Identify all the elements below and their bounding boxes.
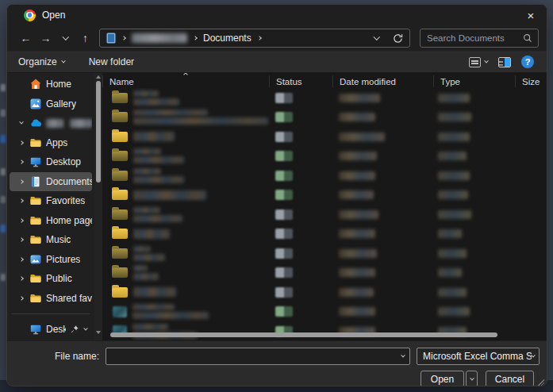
sidebar-item-desktop[interactable]: Desktop xyxy=(10,320,92,340)
help-button[interactable]: ? xyxy=(521,56,534,68)
open-split-button[interactable] xyxy=(466,371,478,386)
sidebar-item-public[interactable]: Public xyxy=(10,269,92,289)
column-header-size[interactable]: Size xyxy=(515,75,547,87)
file-row[interactable] xyxy=(102,166,547,186)
status-cell xyxy=(269,267,332,278)
column-header-name[interactable]: Name xyxy=(102,75,269,87)
address-bar[interactable]: Documents xyxy=(99,29,410,48)
column-header-status[interactable]: Status xyxy=(269,75,332,87)
redacted-file-name xyxy=(133,229,170,239)
file-row[interactable] xyxy=(102,186,547,206)
expander-chevron-right-icon[interactable] xyxy=(17,160,25,163)
file-name-cell xyxy=(102,229,269,239)
breadcrumb-user-folder-redacted[interactable] xyxy=(132,33,187,43)
sidebar-item-documents[interactable]: Documents xyxy=(10,172,92,192)
sidebar-item-home-page-ph[interactable]: Home page ph xyxy=(10,211,92,231)
back-button[interactable]: ← xyxy=(17,29,35,48)
expander-chevron-right-icon[interactable] xyxy=(17,258,25,261)
new-folder-button[interactable]: New folder xyxy=(89,56,134,67)
up-button[interactable]: ↑ xyxy=(76,29,94,48)
file-name-input[interactable] xyxy=(111,351,401,362)
cancel-button[interactable]: Cancel xyxy=(486,371,534,386)
sidebar-item-gallery[interactable]: Gallery xyxy=(10,94,92,114)
horizontal-scrollbar[interactable] xyxy=(106,332,543,338)
redacted-type xyxy=(438,268,462,277)
file-rows xyxy=(102,88,547,340)
sidebar-item-home[interactable]: Home xyxy=(10,75,92,94)
sidebar-item-pictures[interactable]: Pictures xyxy=(10,250,92,270)
redacted-date xyxy=(339,190,374,199)
forward-icon: → xyxy=(40,32,52,44)
redacted-date xyxy=(339,210,378,219)
refresh-icon xyxy=(392,33,404,44)
breadcrumb-documents[interactable]: Documents xyxy=(203,33,252,44)
expander-chevron-right-icon[interactable] xyxy=(17,199,25,202)
folder-icon xyxy=(112,93,128,103)
scrollbar-thumb[interactable] xyxy=(96,81,101,183)
file-type-dropdown[interactable]: Microsoft Excel Comma Separat xyxy=(417,348,540,365)
file-name-cell xyxy=(102,90,269,106)
sidebar-item-onedrive[interactable] xyxy=(10,113,92,133)
status-cell xyxy=(269,151,332,161)
scrollbar-thumb[interactable] xyxy=(110,332,497,337)
expander-chevron-right-icon[interactable] xyxy=(17,238,25,241)
close-button[interactable]: × xyxy=(515,5,547,25)
list-view-icon xyxy=(469,57,481,67)
sidebar-item-label: Favorites xyxy=(46,195,85,206)
status-cell xyxy=(269,306,332,317)
search-box[interactable] xyxy=(420,29,539,48)
view-mode-button[interactable] xyxy=(469,57,488,67)
sidebar-item-apps[interactable]: Apps xyxy=(10,133,92,153)
expander-chevron-right-icon[interactable] xyxy=(17,180,25,183)
sidebar-scrollbar[interactable] xyxy=(94,73,102,340)
pin-icon xyxy=(70,325,79,334)
expander-chevron-right-icon[interactable] xyxy=(17,219,25,222)
file-row[interactable] xyxy=(102,127,547,147)
file-row[interactable] xyxy=(102,88,547,108)
column-header-date-modified[interactable]: Date modified xyxy=(332,75,433,87)
file-row[interactable] xyxy=(102,244,547,263)
expander-chevron-right-icon[interactable] xyxy=(17,297,25,300)
breadcrumb-separator-icon xyxy=(121,36,126,40)
expander-chevron-right-icon[interactable] xyxy=(17,141,25,144)
sidebar-item-shared-favorite[interactable]: Shared favorite xyxy=(10,289,92,309)
file-row[interactable] xyxy=(102,282,547,302)
recent-locations-button[interactable] xyxy=(56,29,75,48)
file-row[interactable] xyxy=(102,147,547,167)
expander-chevron-down-icon[interactable] xyxy=(17,121,25,125)
file-name-cell xyxy=(102,168,269,183)
type-cell xyxy=(433,113,515,121)
folder-icon xyxy=(112,267,128,278)
forward-button[interactable]: → xyxy=(36,29,55,48)
search-input[interactable] xyxy=(427,33,520,43)
resize-grip-icon[interactable] xyxy=(538,379,544,386)
open-file-dialog: Open × ← → ↑ Documents xyxy=(6,4,547,386)
file-row[interactable] xyxy=(102,205,547,225)
sidebar-item-music[interactable]: Music xyxy=(10,230,92,250)
address-dropdown-button[interactable] xyxy=(368,29,386,47)
sidebar-item-favorites[interactable]: Favorites xyxy=(10,191,92,211)
file-row[interactable] xyxy=(102,263,547,283)
search-icon xyxy=(520,29,535,47)
redacted-type xyxy=(438,307,470,316)
redacted-file-name xyxy=(133,90,179,106)
preview-pane-button[interactable] xyxy=(498,57,511,67)
column-header-type[interactable]: Type xyxy=(433,75,515,87)
refresh-button[interactable] xyxy=(389,29,406,47)
date-modified-cell xyxy=(332,249,433,258)
file-name-field[interactable] xyxy=(106,348,410,365)
expander-chevron-right-icon[interactable] xyxy=(17,277,25,280)
type-cell xyxy=(433,307,515,316)
folder-icon xyxy=(29,214,42,227)
sidebar-item-desktop[interactable]: Desktop xyxy=(10,152,92,172)
file-row[interactable] xyxy=(102,302,547,322)
scroll-down-icon[interactable] xyxy=(96,331,101,334)
file-row[interactable] xyxy=(102,108,547,128)
open-button[interactable]: Open xyxy=(421,371,464,386)
organize-menu[interactable]: Organize xyxy=(18,56,65,67)
file-row[interactable] xyxy=(102,225,547,244)
type-cell xyxy=(433,249,515,258)
redacted-type xyxy=(438,152,467,160)
scroll-up-icon[interactable] xyxy=(96,75,101,79)
date-modified-cell xyxy=(332,229,433,238)
